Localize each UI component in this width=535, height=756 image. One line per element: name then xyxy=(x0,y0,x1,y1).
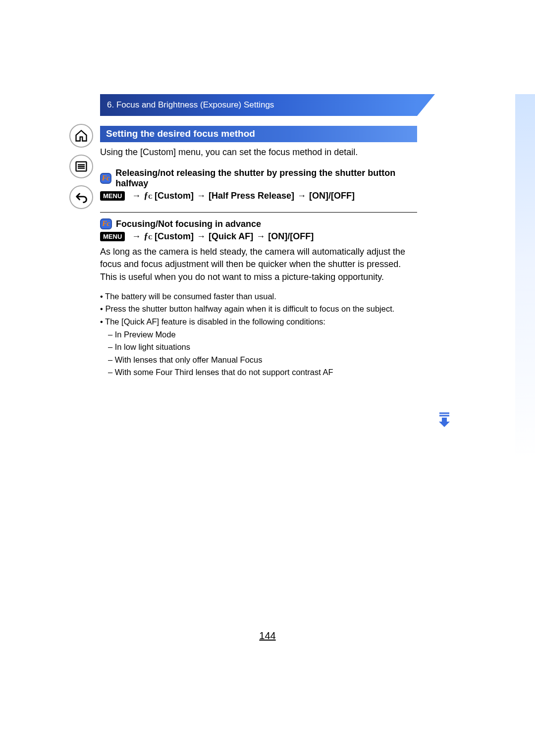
menu-chip: MENU xyxy=(100,191,125,201)
list-item: The [Quick AF] feature is disabled in th… xyxy=(100,316,417,328)
continue-indicator xyxy=(436,411,453,428)
home-icon xyxy=(74,129,88,143)
arrow-icon: → xyxy=(132,191,141,201)
subsection-half-press-release: Fc Releasing/not releasing the shutter b… xyxy=(100,168,417,201)
menu-path: MENU → ƒC [Custom] → [Quick AF] → [ON]/[… xyxy=(100,231,417,242)
main-column: Setting the desired focus method Using t… xyxy=(100,116,417,379)
section-intro: Using the [Custom] menu, you can set the… xyxy=(100,146,417,158)
page-number: 144 xyxy=(69,630,466,642)
notes-list: The battery will be consumed faster than… xyxy=(100,290,417,328)
path-option: [ON]/[OFF] xyxy=(268,231,314,242)
toc-button[interactable] xyxy=(69,155,93,178)
conditions-list: In Preview Mode In low light situations … xyxy=(100,328,417,379)
subsection-title: Releasing/not releasing the shutter by p… xyxy=(115,168,417,189)
arrow-icon: → xyxy=(132,231,141,242)
breadcrumb: 6. Focus and Brightness (Exposure) Setti… xyxy=(100,100,274,110)
back-arrow-icon xyxy=(74,190,88,204)
page-edge-gradient xyxy=(515,94,535,659)
menu-path: MENU → ƒC [Custom] → [Half Press Release… xyxy=(100,191,417,201)
home-button[interactable] xyxy=(69,124,93,148)
chapter-banner: 6. Focus and Brightness (Exposure) Setti… xyxy=(100,94,417,116)
subsection-body: As long as the camera is held steady, th… xyxy=(100,246,417,283)
arrow-icon: → xyxy=(197,191,206,201)
path-custom: [Custom] xyxy=(155,191,194,201)
svg-rect-6 xyxy=(442,418,447,422)
list-item: In low light situations xyxy=(108,341,417,354)
path-item: [Half Press Release] xyxy=(209,191,294,201)
menu-chip: MENU xyxy=(100,232,125,241)
custom-menu-icon: Fc xyxy=(100,218,112,229)
page-content: 6. Focus and Brightness (Exposure) Setti… xyxy=(69,94,466,659)
section-title: Setting the desired focus method xyxy=(100,126,417,142)
fc-glyph-icon: ƒC xyxy=(144,191,153,201)
path-option: [ON]/[OFF] xyxy=(309,191,355,201)
path-item: [Quick AF] xyxy=(209,231,253,242)
continue-arrow-icon xyxy=(436,411,453,428)
arrow-icon: → xyxy=(297,191,306,201)
side-nav xyxy=(69,124,96,216)
arrow-icon: → xyxy=(197,231,206,242)
list-item: The battery will be consumed faster than… xyxy=(100,290,417,303)
path-custom: [Custom] xyxy=(155,231,194,242)
svg-marker-7 xyxy=(439,422,450,427)
divider xyxy=(100,212,417,213)
list-item: With lenses that only offer Manual Focus xyxy=(108,354,417,367)
fc-glyph-icon: ƒC xyxy=(144,231,153,242)
list-item: With some Four Third lenses that do not … xyxy=(108,366,417,379)
custom-menu-icon: Fc xyxy=(100,173,111,184)
arrow-icon: → xyxy=(256,231,265,242)
back-button[interactable] xyxy=(69,185,93,209)
toc-icon xyxy=(74,160,88,173)
subsection-title: Focusing/Not focusing in advance xyxy=(116,219,261,229)
subsection-quick-af: Fc Focusing/Not focusing in advance MENU… xyxy=(100,218,417,379)
list-item: In Preview Mode xyxy=(108,328,417,341)
list-item: Press the shutter button halfway again w… xyxy=(100,303,417,316)
